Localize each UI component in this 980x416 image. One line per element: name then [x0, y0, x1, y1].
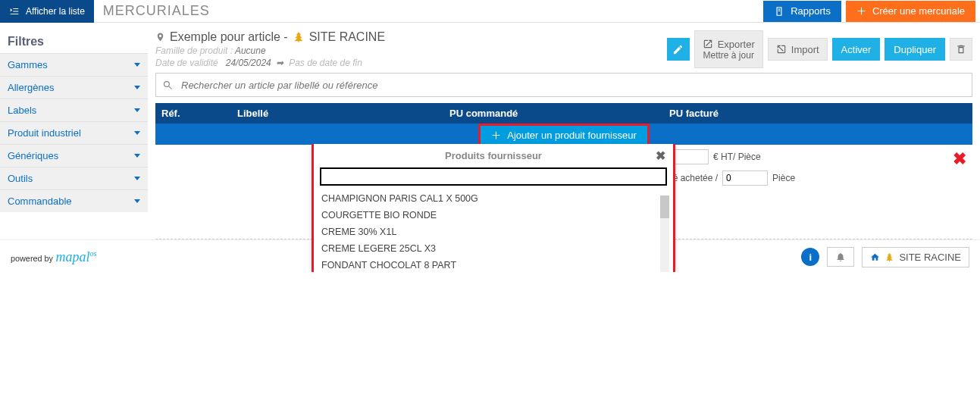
- plus-icon: [856, 6, 866, 16]
- add-supplier-product-button[interactable]: Ajouter un produit fournisseur: [481, 126, 647, 145]
- filter-outils[interactable]: Outils: [0, 167, 148, 189]
- reports-button[interactable]: Rapports: [763, 1, 841, 22]
- info-icon[interactable]: i: [801, 248, 819, 266]
- topbar: Afficher la liste MERCURIALES Rapports C…: [0, 0, 980, 23]
- import-icon: [776, 44, 787, 55]
- chevron-down-icon: [134, 131, 140, 135]
- supplier-product-popup: Produits fournisseur ✖ CHAMPIGNON PARIS …: [312, 144, 675, 272]
- plus-icon: [491, 130, 501, 140]
- import-button[interactable]: Import: [768, 38, 828, 61]
- show-list-label: Afficher la liste: [26, 6, 85, 17]
- edit-button[interactable]: [667, 38, 690, 61]
- chevron-down-icon: [134, 154, 140, 158]
- col-pu-facture: PU facturé: [669, 108, 966, 119]
- duplicate-button[interactable]: Dupliquer: [885, 38, 945, 61]
- tree-icon: [293, 31, 305, 43]
- chevron-down-icon: [134, 177, 140, 180]
- col-ref: Réf.: [161, 108, 237, 119]
- sidebar: Filtres Gammes Allergènes Labels Produit…: [0, 23, 148, 239]
- chevron-down-icon: [134, 108, 140, 112]
- filter-allergenes[interactable]: Allergènes: [0, 76, 148, 99]
- tree-icon: [885, 252, 894, 262]
- popup-close-button[interactable]: ✖: [656, 149, 665, 163]
- popup-search-input[interactable]: [320, 167, 667, 186]
- show-list-button[interactable]: Afficher la liste: [0, 0, 94, 23]
- create-mercuriale-button[interactable]: Créer une mercuriale: [846, 1, 975, 22]
- col-pu-commande: PU commandé: [449, 108, 669, 119]
- list-icon: [9, 6, 20, 17]
- validite-line: Date de validité 24/05/2024 ➡ Pas de dat…: [155, 58, 667, 68]
- col-libelle: Libellé: [237, 108, 449, 119]
- filter-generiques[interactable]: Génériques: [0, 144, 148, 167]
- page-title: Exemple pour article - SITE RACINE: [155, 30, 667, 44]
- chevron-down-icon: [134, 86, 140, 89]
- filter-labels[interactable]: Labels: [0, 99, 148, 121]
- popup-title: Produits fournisseur ✖: [314, 144, 673, 167]
- list-item[interactable]: CHAMPIGNON PARIS CAL1 X 500G: [321, 190, 667, 207]
- site-selector[interactable]: SITE RACINE: [862, 247, 969, 267]
- header-actions: Exporter Mettre à jour Import Activer Du…: [667, 30, 972, 68]
- table-header: Réf. Libellé PU commandé PU facturé: [155, 103, 972, 124]
- pin-icon: [155, 31, 165, 43]
- remove-row-button[interactable]: ✖: [953, 149, 966, 169]
- add-product-row: Ajouter un produit fournisseur: [155, 124, 972, 145]
- powered-by: powered by mapalos: [11, 249, 97, 265]
- list-item[interactable]: FONDANT CHOCOLAT 8 PART: [321, 257, 667, 272]
- filter-produit-industriel[interactable]: Produit industriel: [0, 121, 148, 144]
- export-icon: [703, 39, 713, 49]
- list-item[interactable]: COURGETTE BIO RONDE: [321, 207, 667, 224]
- list-item[interactable]: CREME 30% X1L: [321, 224, 667, 240]
- activate-button[interactable]: Activer: [832, 38, 881, 61]
- filter-commandable[interactable]: Commandable: [0, 189, 148, 212]
- chevron-down-icon: [134, 63, 140, 67]
- search-icon: [162, 80, 174, 91]
- report-icon: [774, 6, 784, 17]
- main-content: Exemple pour article - SITE RACINE Famil…: [148, 23, 980, 239]
- delete-button[interactable]: [950, 38, 972, 61]
- chevron-down-icon: [134, 199, 140, 203]
- popup-scrollbar[interactable]: [660, 195, 669, 272]
- search-input[interactable]: [180, 79, 966, 92]
- bell-button[interactable]: [827, 247, 854, 267]
- list-item[interactable]: CREME LEGERE 25CL X3: [321, 240, 667, 257]
- search-bar[interactable]: [155, 73, 972, 97]
- popup-list: CHAMPIGNON PARIS CAL1 X 500G COURGETTE B…: [314, 190, 673, 272]
- home-icon: [870, 252, 880, 262]
- famille-line: Famille de produit : Aucune: [155, 45, 667, 56]
- export-update-box[interactable]: Exporter Mettre à jour: [694, 30, 763, 68]
- module-title: MERCURIALES: [103, 3, 763, 19]
- filters-title: Filtres: [0, 30, 148, 53]
- filter-gammes[interactable]: Gammes: [0, 53, 148, 76]
- qte-input[interactable]: [722, 170, 768, 186]
